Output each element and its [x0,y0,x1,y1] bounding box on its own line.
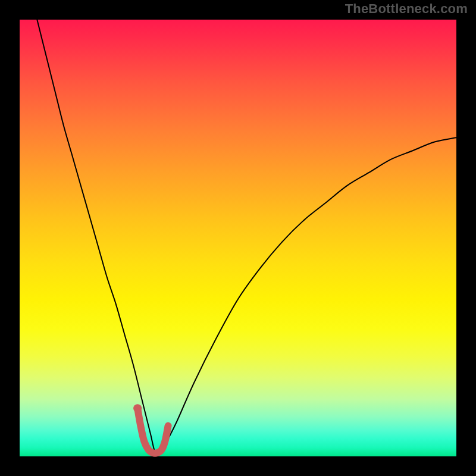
watermark-text: TheBottleneck.com [345,1,468,17]
highlight-overlay-dot [133,404,142,412]
bottleneck-curve [37,20,456,453]
curve-layer [20,20,456,456]
